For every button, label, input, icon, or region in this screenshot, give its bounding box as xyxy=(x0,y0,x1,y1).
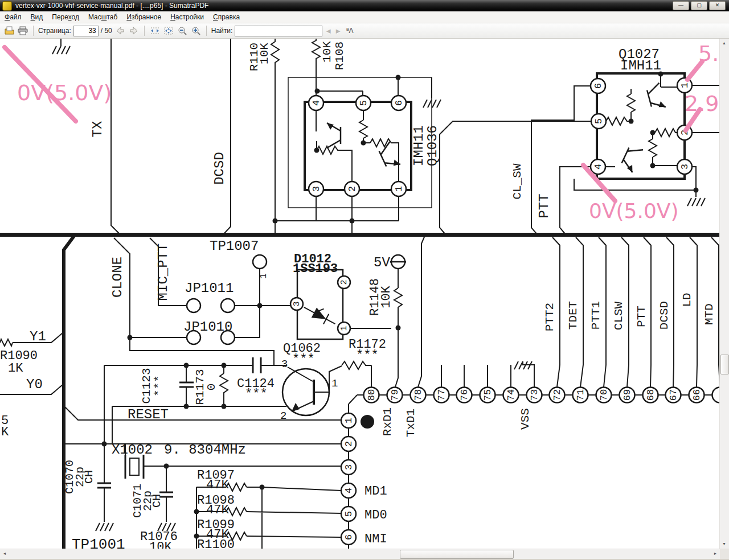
svg-text:2: 2 xyxy=(280,410,286,422)
horizontal-scroll-thumb[interactable] xyxy=(400,550,514,559)
prev-page-button[interactable] xyxy=(114,26,126,36)
md0-label: MD0 xyxy=(364,508,387,522)
clone-label: CLONE xyxy=(110,257,125,298)
menu-goto[interactable]: Переход xyxy=(47,12,84,22)
svg-text:1: 1 xyxy=(343,418,354,423)
horizontal-scrollbar[interactable]: ◄ ► xyxy=(0,549,720,559)
q1036-type-label: IMH11 xyxy=(411,125,427,166)
svg-text:67: 67 xyxy=(668,389,679,401)
minimize-button[interactable]: — xyxy=(673,1,689,10)
find-label: Найти: xyxy=(211,27,233,35)
svg-text:6: 6 xyxy=(394,100,404,106)
menu-settings[interactable]: Настройки xyxy=(166,12,208,22)
menu-view[interactable]: Вид xyxy=(26,12,48,22)
resistor-zigzags xyxy=(0,39,677,540)
svg-text:47K: 47K xyxy=(206,478,229,492)
txd1-label: TxD1 xyxy=(404,409,417,437)
match-case-button[interactable]: ªA xyxy=(346,27,353,35)
open-file-button[interactable] xyxy=(3,26,15,36)
menu-help[interactable]: Справка xyxy=(208,12,244,22)
scroll-left-arrow[interactable]: ◄ xyxy=(0,549,9,558)
r1100-label: R1100 xyxy=(197,538,235,549)
svg-text:5: 5 xyxy=(593,118,604,124)
x1002-freq-label: 9. 8304MHz xyxy=(164,442,246,458)
scrollbar-corner xyxy=(720,549,729,559)
5v-label: 5V xyxy=(374,255,390,270)
open-file-icon xyxy=(5,26,14,35)
vss-label: VSS xyxy=(519,408,532,430)
find-input[interactable] xyxy=(235,26,322,36)
svg-text:74: 74 xyxy=(506,389,517,401)
close-button[interactable]: ✕ xyxy=(709,1,726,10)
svg-text:***: *** xyxy=(356,348,379,363)
page-number-input[interactable] xyxy=(73,26,99,36)
svg-text:4: 4 xyxy=(343,488,354,493)
dcsd-label: DCSD xyxy=(658,301,671,330)
svg-text:66: 66 xyxy=(691,389,702,401)
voltage-br: 0V(5.0V) xyxy=(589,199,679,223)
svg-text:1: 1 xyxy=(339,326,349,331)
svg-text:CH: CH xyxy=(150,494,163,508)
ground-bus xyxy=(0,233,720,549)
svg-text:0: 0 xyxy=(205,384,218,391)
svg-text:***: *** xyxy=(245,387,268,401)
title-bar[interactable]: vertex-vxr-1000-vhf-service-manual.pdf -… xyxy=(0,0,729,11)
menu-bar: Файл Вид Переход Масштаб Избранное Настр… xyxy=(0,11,729,23)
fit-page-button[interactable] xyxy=(163,26,174,36)
svg-text:68: 68 xyxy=(645,389,656,401)
svg-text:5: 5 xyxy=(358,100,369,106)
zoom-in-button[interactable] xyxy=(190,26,202,36)
svg-text:1: 1 xyxy=(259,273,269,279)
svg-text:3: 3 xyxy=(311,186,322,192)
page-total: / 50 xyxy=(101,27,112,35)
svg-text:1: 1 xyxy=(679,83,690,88)
fit-width-button[interactable] xyxy=(149,26,161,36)
scroll-down-arrow[interactable]: ▼ xyxy=(720,540,728,549)
ptt-q1027-label: PTT xyxy=(536,193,552,218)
svg-text:CH: CH xyxy=(83,470,96,484)
fit-page-icon xyxy=(163,26,174,35)
jp1011-pad xyxy=(221,299,235,312)
vertical-scroll-thumb[interactable] xyxy=(720,355,729,374)
svg-text:72: 72 xyxy=(552,389,563,401)
document-view[interactable]: 80 79 78 77 76 75 74 73 72 71 70 69 68 6… xyxy=(0,39,729,549)
window-title: vertex-vxr-1000-vhf-service-manual.pdf -… xyxy=(15,2,673,10)
voltage-mr: 2.9V xyxy=(685,91,720,116)
menu-zoom[interactable]: Масштаб xyxy=(84,12,122,22)
svg-text:80: 80 xyxy=(366,389,377,401)
svg-text:3: 3 xyxy=(679,164,690,170)
toolbar-separator xyxy=(206,26,207,36)
toolbar-separator xyxy=(33,26,34,36)
voltage-tl: 0V(5.0V) xyxy=(17,80,112,105)
vertical-scrollbar[interactable]: ▲ ▼ xyxy=(719,39,729,549)
svg-text:4: 4 xyxy=(311,100,322,106)
tp1001-label: TP1001 xyxy=(72,536,125,549)
find-prev-button[interactable]: ◄ xyxy=(325,27,332,35)
toolbar-separator xyxy=(144,26,145,36)
print-button[interactable] xyxy=(17,26,28,36)
fit-width-icon xyxy=(150,26,160,35)
q1036-label: Q1036 xyxy=(425,125,440,166)
zoom-out-icon xyxy=(177,26,187,35)
zoom-out-button[interactable] xyxy=(177,26,188,36)
find-next-button[interactable]: ► xyxy=(334,27,342,35)
svg-text:47K: 47K xyxy=(206,503,229,517)
svg-text:2: 2 xyxy=(339,279,349,285)
d1012-body xyxy=(297,270,343,339)
svg-text:5: 5 xyxy=(343,511,354,517)
next-page-button[interactable] xyxy=(128,26,140,36)
ptt2-label: PTT2 xyxy=(543,303,556,331)
maximize-button[interactable]: ▢ xyxy=(691,1,707,10)
svg-text:3: 3 xyxy=(292,301,302,306)
svg-text:10K: 10K xyxy=(149,540,172,549)
svg-text:1: 1 xyxy=(394,186,404,192)
ld-label: LD xyxy=(681,293,694,307)
menu-file[interactable]: Файл xyxy=(0,12,26,22)
page-label: Страница: xyxy=(38,27,71,35)
mtd-label: MTD xyxy=(703,303,716,325)
scroll-up-arrow[interactable]: ▲ xyxy=(720,39,728,48)
toolbar: Страница: / 50 Найти: ◄ ► ªA xyxy=(0,23,729,39)
scroll-right-arrow[interactable]: ► xyxy=(711,549,720,558)
rotated-labels: TX DCSD R110 10K 10K R108 IMH11 Q1036 CL… xyxy=(63,41,716,518)
menu-favorites[interactable]: Избранное xyxy=(122,12,166,22)
